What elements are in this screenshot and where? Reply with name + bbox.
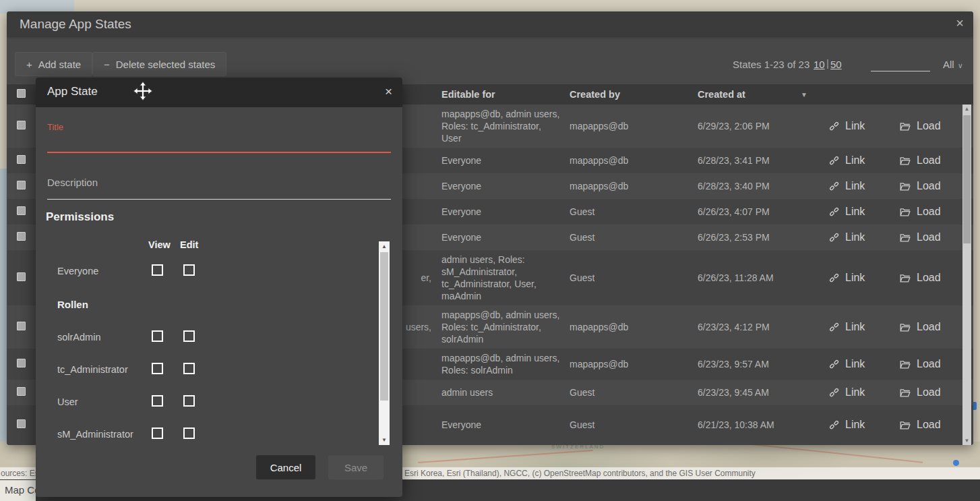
minus-icon: − — [104, 59, 110, 70]
delete-selected-states-button[interactable]: − Delete selected states — [92, 52, 226, 76]
edit-checkbox[interactable] — [183, 428, 195, 439]
permissions-heading: Permissions — [46, 210, 114, 224]
editable-for-cell: Everyone — [441, 206, 570, 218]
row-checkbox[interactable] — [17, 272, 26, 281]
created-by-header[interactable]: Created by — [570, 89, 698, 100]
pagination: States 1-23 of 23 10 | 50 All∨ — [681, 57, 967, 75]
add-state-button[interactable]: + Add state — [15, 52, 92, 76]
view-checkbox[interactable] — [152, 330, 163, 342]
editable-for-cell: Everyone — [441, 180, 570, 192]
editable-for-header[interactable]: Editable for — [441, 89, 570, 100]
dialog-title: Manage App States — [20, 17, 131, 32]
row-checkbox[interactable] — [17, 322, 26, 330]
created-at-cell: 6/23/23, 4:12 PM — [698, 321, 829, 333]
edit-checkbox[interactable] — [183, 264, 195, 276]
view-checkbox[interactable] — [152, 395, 163, 407]
link-action[interactable]: Link — [829, 154, 900, 167]
table-scrollbar[interactable]: ▲ ▼ — [962, 105, 971, 445]
link-action[interactable]: Link — [829, 419, 900, 431]
close-icon[interactable]: × — [956, 16, 964, 31]
scope-label: All — [943, 59, 954, 70]
folder-icon — [900, 233, 911, 242]
link-icon — [829, 273, 839, 283]
map-marker-icon[interactable] — [953, 460, 959, 466]
modal-title: App State — [47, 85, 98, 98]
scroll-down-icon[interactable]: ▼ — [962, 438, 971, 444]
description-underline — [47, 199, 391, 200]
sort-desc-icon[interactable]: ▼ — [801, 91, 807, 98]
link-action[interactable]: Link — [829, 386, 900, 399]
link-action[interactable]: Link — [829, 206, 900, 218]
permission-row-role: sM_Administrator — [36, 428, 319, 444]
created-by-cell: Guest — [570, 386, 698, 399]
title-field-label: Title — [47, 122, 63, 132]
view-checkbox[interactable] — [152, 363, 163, 374]
scroll-down-icon[interactable]: ▼ — [379, 437, 390, 443]
scroll-up-icon[interactable]: ▲ — [962, 106, 971, 112]
app-state-modal: App State × Title Description Permission… — [36, 78, 402, 497]
permission-row-role: solrAdmin — [36, 330, 319, 347]
modal-titlebar[interactable]: App State × — [36, 78, 402, 107]
created-by-cell: mapapps@db — [570, 358, 698, 370]
screen: SWITZERLAND ources: Es Esri Korea, Esri … — [0, 0, 980, 501]
created-at-cell: 6/23/23, 9:45 AM — [698, 386, 829, 399]
link-action[interactable]: Link — [829, 358, 900, 370]
filter-input[interactable] — [871, 59, 930, 71]
link-action[interactable]: Link — [829, 120, 900, 132]
created-at-cell: 6/21/23, 10:38 AM — [698, 419, 829, 431]
permission-row-role: User — [36, 395, 319, 411]
row-checkbox[interactable] — [17, 232, 26, 241]
description-field-label[interactable]: Description — [47, 177, 98, 188]
scope-dropdown[interactable]: All∨ — [943, 59, 963, 70]
dialog-titlebar[interactable]: Manage App States × — [7, 11, 973, 36]
folder-icon — [900, 156, 911, 165]
delete-states-label: Delete selected states — [116, 59, 216, 70]
created-at-cell: 6/26/23, 11:28 AM — [698, 272, 829, 284]
created-by-cell: Guest — [570, 272, 698, 284]
row-checkbox[interactable] — [17, 155, 26, 164]
row-checkbox[interactable] — [17, 419, 26, 428]
scrollbar-thumb[interactable] — [380, 252, 388, 401]
editable-for-cell: admin users — [441, 386, 570, 399]
link-action[interactable]: Link — [829, 180, 900, 192]
page-size-50-link[interactable]: 50 — [830, 59, 842, 70]
link-action[interactable]: Link — [829, 321, 900, 333]
cancel-button[interactable]: Cancel — [256, 455, 315, 479]
created-by-cell: mapapps@db — [570, 154, 698, 167]
plus-icon: + — [26, 59, 32, 70]
row-checkbox[interactable] — [17, 181, 26, 189]
created-at-cell: 6/28/23, 3:40 PM — [698, 180, 829, 192]
row-checkbox[interactable] — [17, 359, 26, 367]
row-checkbox[interactable] — [17, 387, 26, 396]
link-icon — [829, 322, 839, 332]
edit-checkbox[interactable] — [183, 395, 195, 407]
row-checkbox[interactable] — [17, 121, 26, 129]
permission-row-role: tc_Administrator — [36, 363, 319, 379]
view-checkbox[interactable] — [152, 264, 163, 276]
link-action[interactable]: Link — [829, 231, 900, 243]
edit-checkbox[interactable] — [183, 363, 195, 374]
editable-for-cell: mapapps@db, admin users, Roles: tc_Admin… — [441, 309, 570, 345]
folder-icon — [900, 323, 911, 332]
created-by-cell: mapapps@db — [570, 180, 698, 192]
title-input[interactable] — [47, 136, 391, 153]
view-checkbox[interactable] — [152, 428, 163, 439]
scroll-up-icon[interactable]: ▲ — [379, 243, 390, 249]
save-button[interactable]: Save — [328, 455, 384, 479]
editable-for-cell: mapapps@db, admin users, Roles: tc_Admin… — [441, 108, 570, 144]
created-at-cell: 6/28/23, 3:41 PM — [698, 154, 829, 167]
created-at-cell: 6/26/23, 4:07 PM — [698, 206, 829, 218]
created-at-header[interactable]: Created at▼ — [698, 89, 829, 100]
scrollbar-thumb[interactable] — [963, 115, 971, 243]
link-icon — [829, 156, 839, 166]
select-all-checkbox[interactable] — [17, 89, 26, 98]
link-action[interactable]: Link — [829, 272, 900, 284]
link-icon — [829, 420, 839, 430]
row-checkbox[interactable] — [17, 206, 26, 215]
permissions-scrollbar[interactable]: ▲ ▼ — [379, 241, 390, 445]
page-size-10-link[interactable]: 10 — [814, 59, 825, 70]
move-cursor-icon — [133, 81, 153, 101]
edit-checkbox[interactable] — [183, 330, 195, 342]
close-icon[interactable]: × — [385, 84, 392, 99]
link-icon — [829, 207, 839, 217]
